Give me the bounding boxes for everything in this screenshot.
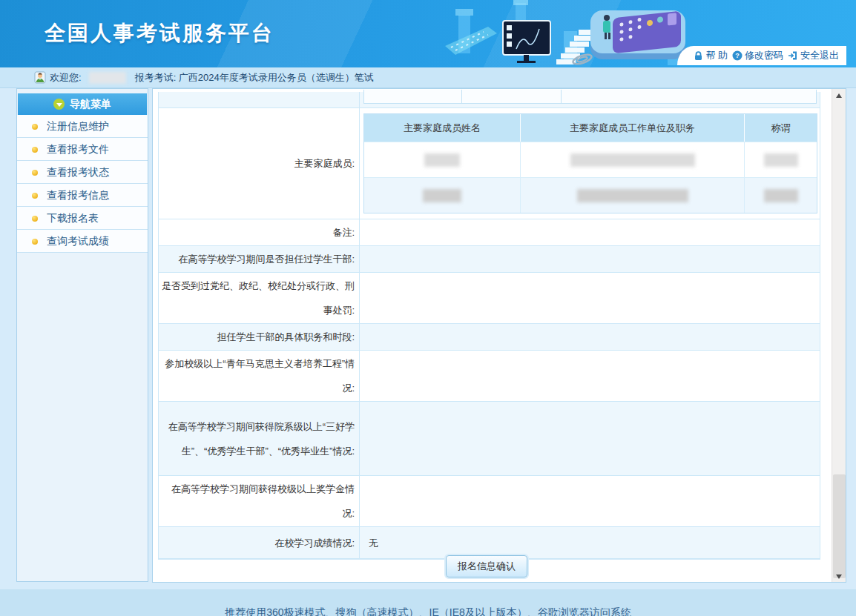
table-row-student-cadre: 在高等学校学习期间是否担任过学生干部: — [159, 246, 820, 273]
sidebar-item-label: 查看报考文件 — [47, 143, 109, 155]
header-illustration — [445, 0, 697, 67]
browser-recommendation-text: 推荐使用360极速模式、搜狗（高速模式）、IE（IE8及以上版本）、谷歌浏览器访… — [0, 606, 856, 616]
family-table-header: 主要家庭成员姓名 主要家庭成员工作单位及职务 称谓 — [364, 114, 817, 142]
column-header-workunit: 主要家庭成员工作单位及职务 — [521, 114, 745, 142]
table-row-marxism-program: 参加校级以上“青年马克思主义者培养工程”情况: — [159, 351, 820, 402]
field-label — [159, 92, 360, 107]
help-link[interactable]: 帮 助 — [694, 49, 728, 62]
sidebar-item-label: 下载报名表 — [47, 212, 99, 224]
redacted-name — [424, 153, 460, 167]
redacted-name — [423, 189, 461, 202]
question-icon: ? — [732, 50, 743, 61]
field-label: 在校学习成绩情况: — [159, 527, 360, 558]
sidebar-item-exam-documents[interactable]: 查看报考文件 — [17, 138, 148, 161]
field-value — [360, 219, 820, 245]
family-member-row — [364, 142, 817, 177]
username-redacted — [89, 72, 126, 84]
nav-menu-header[interactable]: 导航菜单 — [18, 93, 147, 115]
field-label: 参加校级以上“青年马克思主义者培养工程”情况: — [159, 351, 360, 401]
sidebar-item-register-info[interactable]: 注册信息维护 — [17, 115, 148, 138]
field-value: 无 — [360, 527, 820, 558]
sidebar-item-download-form[interactable]: 下载报名表 — [17, 207, 148, 230]
column-header-name: 主要家庭成员姓名 — [364, 114, 521, 142]
bullet-icon — [32, 170, 38, 176]
nav-menu-title: 导航菜单 — [70, 98, 111, 111]
bullet-icon — [32, 216, 38, 222]
partial-nested-table — [363, 90, 817, 104]
bullet-icon — [32, 193, 38, 199]
family-member-row — [364, 177, 817, 213]
column-header-relation: 称谓 — [745, 114, 817, 142]
footer: 推荐使用360极速模式、搜狗（高速模式）、IE（IE8及以上版本）、谷歌浏览器访… — [0, 589, 856, 616]
sidebar-item-label: 查看报考状态 — [47, 166, 109, 178]
field-value: 主要家庭成员姓名 主要家庭成员工作单位及职务 称谓 — [360, 108, 821, 219]
table-row-family-members: 主要家庭成员: 主要家庭成员姓名 主要家庭成员工作单位及职务 称谓 — [159, 108, 820, 219]
main-panel: 主要家庭成员: 主要家庭成员姓名 主要家庭成员工作单位及职务 称谓 — [152, 88, 846, 583]
app-title: 全国人事考试服务平台 — [45, 19, 274, 47]
help-label: 帮 助 — [705, 49, 728, 62]
lock-icon — [694, 51, 703, 61]
change-password-link[interactable]: ? 修改密码 — [732, 49, 783, 62]
scroll-up-icon — [836, 93, 842, 98]
top-menu: 帮 助 ? 修改密码 安全退出 — [677, 46, 846, 65]
field-label: 在高等学校学习期间获得校级以上奖学金情况: — [159, 476, 360, 526]
bullet-icon — [32, 124, 38, 130]
sidebar-item-label: 注册信息维护 — [47, 120, 109, 132]
exam-label: 报考考试: 广西2024年度考试录用公务员（选调生）笔试 — [135, 71, 374, 85]
svg-text:?: ? — [735, 52, 740, 59]
sidebar-item-exam-status[interactable]: 查看报考状态 — [17, 161, 148, 184]
table-row-cadre-position: 担任学生干部的具体职务和时段: — [159, 324, 820, 351]
family-members-table: 主要家庭成员姓名 主要家庭成员工作单位及职务 称谓 — [363, 113, 817, 213]
redacted-relation — [764, 189, 798, 202]
sidebar-item-exam-info[interactable]: 查看报考信息 — [17, 184, 148, 207]
vertical-scrollbar[interactable] — [832, 89, 846, 582]
bullet-icon — [32, 147, 38, 153]
sidebar-item-exam-scores[interactable]: 查询考试成绩 — [17, 230, 148, 253]
field-value — [360, 324, 820, 350]
field-value — [360, 402, 820, 475]
sidebar-item-label: 查看报考信息 — [47, 189, 109, 201]
table-row-remarks: 备注: — [159, 219, 820, 246]
scrollbar-thumb[interactable] — [833, 474, 846, 578]
exit-icon — [788, 50, 798, 61]
logout-label: 安全退出 — [800, 49, 839, 62]
change-password-label: 修改密码 — [745, 49, 783, 62]
app-header: 全国人事考试服务平台 帮 助 ? 修改密码 — [0, 0, 856, 67]
redacted-relation — [764, 153, 798, 167]
page-root: 全国人事考试服务平台 帮 助 ? 修改密码 — [0, 0, 856, 616]
field-label: 担任学生干部的具体职务和时段: — [159, 324, 360, 350]
table-row-academic-record: 在校学习成绩情况: 无 — [159, 527, 820, 559]
redacted-workunit — [570, 153, 695, 167]
confirm-button-row: 报名信息确认 — [153, 555, 820, 577]
field-label: 是否受到过党纪、政纪、校纪处分或行政、刑事处罚: — [159, 273, 360, 323]
field-label: 备注: — [159, 219, 360, 245]
user-avatar-icon — [34, 71, 46, 84]
welcome-label: 欢迎您: — [50, 71, 82, 85]
sidebar: 导航菜单 注册信息维护 查看报考文件 查看报考状态 查看报考信息 下载报名表 查… — [16, 88, 148, 582]
field-value — [360, 351, 820, 401]
field-value — [360, 476, 820, 526]
scroll-down-button[interactable] — [832, 569, 846, 582]
redacted-workunit — [577, 189, 688, 202]
application-info-table: 主要家庭成员: 主要家庭成员姓名 主要家庭成员工作单位及职务 称谓 — [158, 92, 820, 560]
chevron-down-icon — [53, 99, 65, 110]
field-value — [360, 273, 820, 323]
confirm-registration-button[interactable]: 报名信息确认 — [446, 555, 527, 577]
scroll-down-icon — [836, 574, 842, 579]
field-label: 在高等学校学习期间是否担任过学生干部: — [159, 246, 360, 272]
table-row-honors: 在高等学校学习期间获得院系级以上“三好学生”、“优秀学生干部”、“优秀毕业生”情… — [159, 402, 820, 476]
logout-link[interactable]: 安全退出 — [788, 49, 839, 62]
table-row-discipline: 是否受到过党纪、政纪、校纪处分或行政、刑事处罚: — [159, 273, 820, 324]
field-label: 主要家庭成员: — [159, 108, 360, 219]
scroll-up-button[interactable] — [832, 89, 846, 102]
field-label: 在高等学校学习期间获得院系级以上“三好学生”、“优秀学生干部”、“优秀毕业生”情… — [159, 402, 360, 475]
bullet-icon — [32, 239, 38, 245]
table-row-scholarship: 在高等学校学习期间获得校级以上奖学金情况: — [159, 476, 820, 527]
table-row-partial — [159, 92, 820, 108]
welcome-bar: 欢迎您: 报考考试: 广西2024年度考试录用公务员（选调生）笔试 — [0, 67, 856, 88]
sidebar-item-label: 查询考试成绩 — [47, 235, 109, 247]
field-value — [360, 92, 820, 107]
field-value — [360, 246, 820, 272]
